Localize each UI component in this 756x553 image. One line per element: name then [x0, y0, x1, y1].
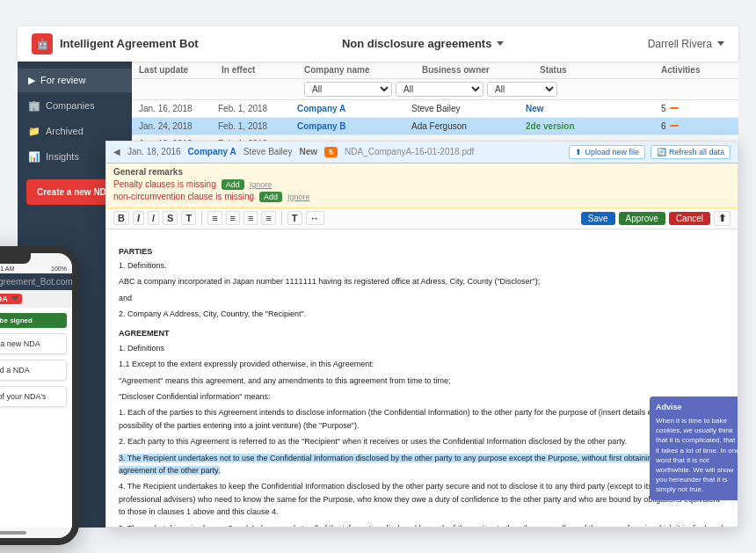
cell-activities-1: 6 [661, 121, 731, 131]
app-bar-left: 🤖 Intelligent Agreement Bot [32, 33, 199, 55]
doc-clause-2: 2. Each party to this Agreement is refer… [119, 435, 725, 447]
toolbar-separator-2 [281, 211, 282, 225]
toolbar-text[interactable]: T [181, 211, 196, 225]
cell-company-0: Company A [297, 104, 411, 113]
filter-status[interactable]: All [487, 82, 557, 97]
doc-header-company: Company A [188, 147, 236, 156]
phone-battery: 100% [51, 266, 67, 272]
cancel-button[interactable]: Cancel [669, 212, 710, 225]
col-header-company[interactable]: Company name [304, 65, 418, 75]
user-dropdown-icon [717, 41, 724, 46]
cell-in-effect-0: Feb. 1, 2018 [218, 104, 297, 113]
cell-status-0: New [526, 104, 605, 113]
toolbar-italic[interactable]: I [133, 211, 144, 225]
toolbar-strikethrough[interactable]: S [163, 211, 178, 225]
cell-activities-0: 5 [661, 104, 731, 113]
doc-body[interactable]: PARTIES 1. Definitions. ABC a company in… [106, 229, 738, 527]
table-row[interactable]: Jan. 24, 2018 Feb. 1, 2018 Company B Ada… [132, 118, 738, 135]
upload-file-button[interactable]: ⬆ Upload new file [569, 145, 645, 159]
phone-upload-nda-btn[interactable]: Upload a NDA [0, 360, 67, 381]
phone-status-text: NDA ready to be signed [0, 317, 33, 324]
col-header-in-effect[interactable]: In effect [222, 65, 301, 75]
doc-definitions: 1. Definitions. [119, 259, 725, 272]
insights-icon: 📊 [28, 151, 40, 163]
doc-highlight: 3. The Recipient undertakes not to use t… [119, 454, 694, 475]
phone-share-icon[interactable]: ⬆ [73, 277, 79, 287]
toolbar-size[interactable]: ↔ [306, 211, 324, 225]
advise-title: Advise [656, 402, 738, 413]
refresh-label: Refresh all data [669, 148, 724, 156]
doc-header-owner: Steve Bailey [244, 147, 293, 156]
phone-body: ℹ NDA ready to be signed Request a new N… [0, 308, 72, 528]
remark-ignore-btn-0[interactable]: Ignore [250, 180, 273, 189]
cell-business-0: Steve Bailey [411, 104, 526, 113]
app-title: Intelligent Agreement Bot [60, 37, 199, 50]
sidebar-item-label-archived: Archived [46, 126, 84, 136]
toolbar-bold[interactable]: B [113, 211, 129, 225]
table-header-row: Last update In effect Company name Busin… [132, 62, 738, 79]
remark-text-1: non-circumvention clause is missing [113, 192, 254, 201]
col-header-last-update[interactable]: Last update [139, 65, 218, 75]
doc-clause-3: 3. The Recipient undertakes not to use t… [119, 452, 725, 477]
remark-ignore-btn-1[interactable]: Ignore [287, 193, 310, 201]
phone-mockup: ▌▌▌ 9:41 AM 100% ☰ Intelligent_Agreement… [0, 246, 79, 545]
doc-parties-heading: PARTIES [119, 245, 725, 258]
phone-title-area: Intelligent_Agreement_Bot.com [0, 277, 73, 287]
upload-label: Upload new file [585, 148, 639, 156]
phone-overview-nda-btn[interactable]: Overview of your NDA's [0, 386, 67, 407]
col-header-activities[interactable]: Activities [661, 65, 731, 75]
doc-clause-4: 4. The Recipient undertakes to keep the … [119, 480, 725, 518]
phone-status-banner: ℹ NDA ready to be signed [0, 313, 67, 328]
remark-item-0: Penalty clauses is missing Add Ignore [113, 179, 731, 190]
doc-clause-5: 5. The undertakings in clauses 3 and 4 a… [119, 522, 725, 527]
col-header-business[interactable]: Business owner [422, 65, 536, 75]
cell-date-1: Jan. 24, 2018 [139, 121, 218, 131]
phone-nda-badge[interactable]: NDA [0, 294, 22, 304]
toolbar-align-justify[interactable]: ≡ [261, 211, 275, 225]
user-name: Darrell Rivera [648, 38, 712, 50]
doc-header-filename: NDA_CompanyA-16-01-2018.pdf [345, 147, 474, 156]
cell-status-1: 2de version [526, 121, 605, 131]
remark-text-0: Penalty clauses is missing [113, 179, 216, 189]
remark-add-btn-1[interactable]: Add [259, 192, 282, 202]
companies-icon: 🏢 [28, 100, 40, 112]
sidebar-item-companies[interactable]: 🏢 Companies [18, 94, 132, 118]
app-bar-right[interactable]: Darrell Rivera [648, 38, 724, 50]
phone-home-indicator[interactable] [0, 531, 26, 535]
sidebar-item-archived[interactable]: 📁 Archived [18, 120, 132, 143]
toolbar-share[interactable]: ⬆ [714, 211, 731, 226]
toolbar-align-left[interactable]: ≡ [207, 211, 222, 225]
phone-status-bar: ▌▌▌ 9:41 AM 100% [0, 264, 72, 273]
filter-business[interactable]: All [396, 82, 483, 97]
doc-def-1: 1.1 Except to the extent expressly provi… [119, 358, 725, 370]
filter-company[interactable]: All [304, 82, 392, 97]
toolbar-align-center[interactable]: ≡ [226, 211, 240, 225]
sidebar-item-label-insights: Insights [46, 151, 79, 162]
phone-screen: ☰ Intelligent_Agreement_Bot.com ⬆ NDA ℹ … [0, 273, 72, 528]
dropdown-icon [497, 41, 504, 46]
save-button[interactable]: Save [581, 212, 615, 225]
remark-add-btn-0[interactable]: Add [222, 179, 244, 190]
phone-nda-label: NDA [0, 295, 8, 303]
phone-request-nda-btn[interactable]: Request a new NDA [0, 333, 67, 354]
sidebar-item-label-for-review: For review [40, 75, 85, 85]
table-row[interactable]: Jan. 16, 2018 Feb. 1, 2018 Company A Ste… [132, 100, 738, 118]
col-header-status[interactable]: Status [540, 65, 619, 75]
doc-header-date-value: Jan. 18, 2016 [127, 147, 181, 156]
approve-button[interactable]: Approve [619, 212, 665, 225]
toolbar-font[interactable]: T [287, 211, 302, 225]
sidebar-item-for-review[interactable]: ▶ For review [18, 69, 132, 92]
refresh-icon: 🔄 [657, 148, 666, 156]
nda-dropdown-icon [11, 296, 18, 301]
for-review-icon: ▶ [28, 75, 35, 86]
doc-agreement-def: 1. Definitions [119, 342, 725, 354]
toolbar-slash[interactable]: / [148, 211, 159, 225]
toolbar-align-right[interactable]: ≡ [244, 211, 258, 225]
phone-nda-row: NDA [0, 290, 72, 308]
app-bar-center[interactable]: Non disclosure agreements [342, 37, 505, 50]
refresh-button[interactable]: 🔄 Refresh all data [651, 145, 731, 159]
doc-toolbar: B I / S T ≡ ≡ ≡ ≡ T ↔ Save Approve Cance… [106, 208, 738, 229]
phone-app-name: Intelligent_Agreement_Bot.com [0, 277, 73, 287]
archived-icon: 📁 [28, 126, 40, 137]
doc-header-status: New [299, 147, 317, 156]
